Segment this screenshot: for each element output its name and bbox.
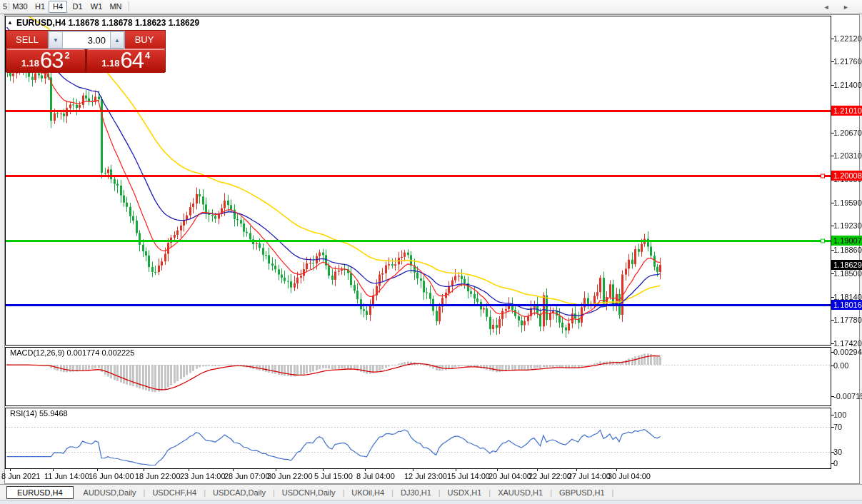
- timeframe-button-M30[interactable]: M30: [11, 0, 29, 13]
- time-tick-8-Jun-2021: 8 Jun 2021: [1, 472, 40, 480]
- buy-price-big: 64: [121, 50, 144, 71]
- volume-decrease-button[interactable]: ▼: [49, 31, 63, 49]
- buy-button[interactable]: BUY: [124, 31, 165, 49]
- timeframe-button-5[interactable]: 5: [1, 0, 9, 13]
- rsi-axis-tick-0: 0: [833, 459, 862, 468]
- time-tick-23-Jun-14-00: 23 Jun 14:00: [180, 472, 226, 480]
- sell-price-pip: 2: [65, 50, 70, 61]
- macd-axis-tick-0.002947: 0.002947: [833, 348, 862, 356]
- chart-tab-EURUSD-H4[interactable]: EURUSD,H4: [6, 486, 74, 499]
- price-tick-1.19230: 1.19230: [833, 221, 862, 230]
- trade-panel-top-row: SELL ▼ 3.00 ▲ BUY: [6, 31, 165, 49]
- chart-tab-bar: EURUSD,H4AUDUSD,Daily|USDCHF,H4|USDCAD,D…: [0, 484, 862, 500]
- price-label-1.18016: 1.18016: [831, 300, 862, 310]
- time-tick-28-Jun-07-00: 28 Jun 07:00: [224, 472, 270, 480]
- time-tick-22-Jul-22-00: 22 Jul 22:00: [528, 472, 571, 480]
- time-tick-16-Jun-04-00: 16 Jun 04:00: [89, 472, 134, 480]
- rsi-indicator-label: RSI(14) 55.9468: [10, 409, 68, 418]
- price-tick-1.22120: 1.22120: [833, 34, 862, 43]
- price-label-1.20008: 1.20008: [831, 171, 862, 181]
- timeframe-button-MN[interactable]: MN: [108, 0, 124, 13]
- timeframe-toolbar: 5M30H1H4D1W1MN: [0, 0, 862, 14]
- chart-tab-USDCNH-Daily[interactable]: USDCNH,Daily: [275, 487, 343, 498]
- price-chart-canvas[interactable]: [5, 15, 836, 472]
- time-tick-27-Jul-14-00: 27 Jul 14:00: [568, 472, 611, 480]
- volume-field[interactable]: 3.00: [63, 31, 110, 49]
- volume-increase-button[interactable]: ▲: [110, 31, 124, 49]
- time-tick-8-Jul-04-00: 8 Jul 04:00: [356, 472, 395, 480]
- sell-price-display[interactable]: 1.18 63 2: [6, 49, 85, 73]
- time-tick-30-Jul-04-00: 30 Jul 04:00: [608, 472, 651, 480]
- toolbar-separator: [9, 1, 9, 11]
- rsi-axis-tick-70: 70: [833, 423, 862, 431]
- timeframe-button-H4[interactable]: H4: [49, 1, 67, 13]
- rsi-axis-tick-30: 30: [833, 448, 862, 456]
- time-tick-12-Jul-23-00: 12 Jul 23:00: [404, 472, 447, 480]
- timeframe-button-W1[interactable]: W1: [89, 0, 104, 13]
- tab-scroll-arrows[interactable]: ◄ ►: [823, 4, 855, 11]
- price-tick-1.21400: 1.21400: [833, 81, 862, 89]
- one-click-trading-panel: SELL ▼ 3.00 ▲ BUY 1.18 63 2 1.18 64 4: [6, 30, 166, 72]
- macd-axis-tick-0.00: 0.00: [833, 361, 862, 370]
- macd-indicator-label: MACD(12,26,9) 0.001774 0.002225: [10, 348, 134, 357]
- macd-axis-tick--0.00715: -0.00715: [833, 392, 862, 400]
- buy-price-prefix: 1.18: [101, 58, 119, 69]
- volume-spinner: ▼ 3.00 ▲: [48, 31, 125, 49]
- chart-tab-AUDUSD-Daily[interactable]: AUDUSD,Daily: [76, 487, 144, 498]
- chart-tab-UKOil-H4[interactable]: UKOil,H4: [344, 487, 391, 498]
- price-label-1.18629: 1.18629: [831, 260, 862, 270]
- time-tick-15-Jul-14-00: 15 Jul 14:00: [447, 472, 490, 480]
- price-tick-1.20670: 1.20670: [833, 128, 862, 137]
- chart-tab-USDX-H1[interactable]: USDX,H1: [441, 487, 489, 498]
- time-tick-5-Jul-15-00: 5 Jul 15:00: [314, 472, 353, 480]
- sell-price-big: 63: [40, 50, 63, 71]
- timeframe-button-H1[interactable]: H1: [34, 0, 46, 13]
- price-tick-1.18500: 1.18500: [833, 269, 862, 278]
- sell-price-prefix: 1.18: [21, 58, 39, 69]
- sell-button[interactable]: SELL: [6, 31, 48, 49]
- buy-price-pip: 4: [145, 50, 150, 61]
- price-tick-1.17780: 1.17780: [833, 316, 862, 324]
- chart-tab-USDCAD-Daily[interactable]: USDCAD,Daily: [206, 487, 273, 498]
- chart-tab-DJ30-H1[interactable]: DJ30,H1: [394, 487, 438, 498]
- timeframe-button-D1[interactable]: D1: [71, 0, 84, 13]
- price-tick-1.19590: 1.19590: [833, 198, 862, 207]
- chart-tab-USDCHF-H4[interactable]: USDCHF,H4: [145, 487, 204, 498]
- price-tick-1.21760: 1.21760: [833, 57, 862, 66]
- time-tick-30-Jun-22-00: 30 Jun 22:00: [267, 472, 313, 480]
- chart-title: ▲ EURUSD,H4 1.18678 1.18678 1.18623 1.18…: [7, 18, 199, 28]
- tab-separator: |: [612, 488, 614, 497]
- chart-title-text: EURUSD,H4 1.18678 1.18678 1.18623 1.1862…: [16, 18, 199, 28]
- time-tick-18-Jun-22-00: 18 Jun 22:00: [135, 472, 181, 480]
- buy-price-display[interactable]: 1.18 64 4: [87, 49, 166, 73]
- toolbar-separator: [129, 1, 129, 11]
- chart-tab-XAUUSD-H1[interactable]: XAUUSD,H1: [491, 487, 550, 498]
- trade-panel-price-row: 1.18 63 2 1.18 64 4: [6, 49, 165, 73]
- price-label-1.19007: 1.19007: [831, 236, 862, 246]
- collapse-triangle-icon[interactable]: ▲: [7, 20, 13, 26]
- chart-tab-GBPUSD-H1[interactable]: GBPUSD,H1: [552, 487, 612, 498]
- bottom-strip: [0, 500, 862, 504]
- price-tick-1.18860: 1.18860: [833, 246, 862, 254]
- price-tick-1.17420: 1.17420: [833, 339, 862, 348]
- rsi-axis-tick-100: 100: [833, 410, 862, 419]
- time-tick-20-Jul-04-00: 20 Jul 04:00: [488, 472, 531, 480]
- price-tick-1.20310: 1.20310: [833, 151, 862, 160]
- time-tick-11-Jun-14-00: 11 Jun 14:00: [44, 472, 89, 480]
- price-label-1.21010: 1.21010: [831, 106, 862, 116]
